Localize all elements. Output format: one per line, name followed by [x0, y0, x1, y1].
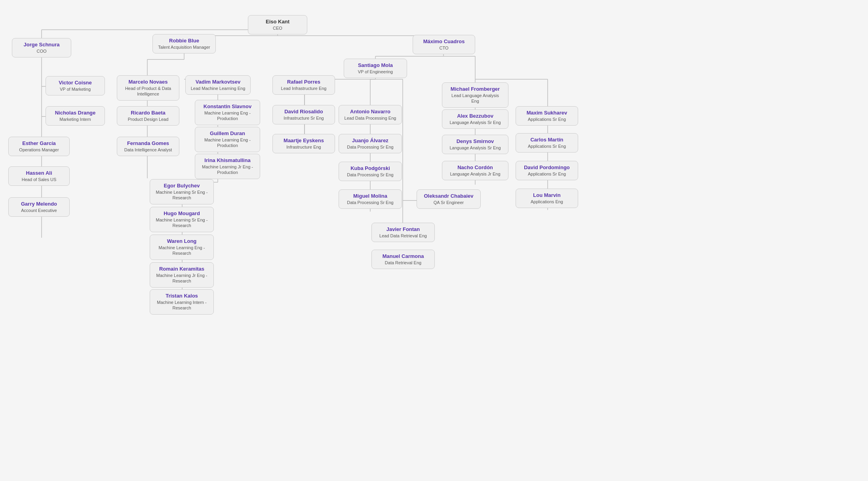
node-rafael: Rafael Porres Lead Infrastructure Eng [272, 75, 335, 95]
node-hugo: Hugo Mougard Machine Learning Sr Eng - R… [150, 207, 214, 232]
node-michael: Michael Fromberger Lead Language Analysi… [442, 82, 508, 108]
node-lou: Lou Marvin Applications Eng [516, 189, 578, 208]
node-manuel: Manuel Carmona Data Retrieval Eng [371, 250, 435, 269]
node-garry: Garry Melendo Account Executive [8, 197, 70, 217]
node-alex: Alex Bezzubov Language Analysis Sr Eng [442, 109, 508, 129]
node-fernanda: Fernanda Gomes Data Intelligence Analyst [117, 137, 179, 156]
node-eiso: Eiso Kant CEO [248, 15, 307, 34]
node-maximo: Máximo Cuadros CTO [413, 35, 475, 54]
org-chart: Eiso Kant CEO Jorge Schnura COO Victor C… [0, 0, 868, 481]
node-maxim: Maxim Sukharev Applications Sr Eng [516, 106, 578, 126]
node-david-p: David Pordomingo Applications Sr Eng [516, 161, 578, 180]
node-vadim: Vadim Markovtsev Lead Machine Learning E… [185, 75, 251, 95]
node-waren: Waren Long Machine Learning Eng - Resear… [150, 235, 214, 260]
node-ricardo: Ricardo Baeta Product Design Lead [117, 106, 179, 126]
node-irina: Irina Khismatullina Machine Learning Jr … [195, 154, 260, 179]
node-jorge: Jorge Schnura COO [12, 38, 71, 57]
node-hassen: Hassen Ali Head of Sales US [8, 166, 70, 186]
node-kuba: Kuba Podgórski Data Processing Sr Eng [339, 162, 402, 181]
node-javier: Javier Fontan Lead Data Retrieval Eng [371, 223, 435, 242]
node-oleksandr: Oleksandr Chabaiev QA Sr Engineer [417, 189, 481, 209]
node-santiago: Santiago Mola VP of Engineering [344, 59, 407, 78]
node-tristan: Tristan Kalos Machine Learning Intern - … [150, 289, 214, 315]
node-miguel: Miguel Molina Data Processing Sr Eng [339, 189, 402, 209]
node-esther: Esther García Operations Manager [8, 137, 70, 156]
node-nicholas: Nicholas Drange Marketing Intern [46, 106, 105, 126]
node-romain: Romain Keramitas Machine Learning Jr Eng… [150, 262, 214, 288]
node-robbie: Robbie Blue Talent Acquisition Manager [152, 34, 216, 53]
node-marcelo: Marcelo Novaes Head of Product & Data In… [117, 75, 179, 101]
node-carlos: Carlos Martín Applications Sr Eng [516, 133, 578, 153]
node-maartje: Maartje Eyskens Infrastructure Eng [272, 134, 335, 153]
node-juanjo: Juanjo Álvarez Data Processing Sr Eng [339, 134, 402, 153]
node-denys: Denys Smirnov Language Analysis Sr Eng [442, 135, 508, 154]
node-victor: Victor Coisne VP of Marketing [46, 76, 105, 95]
node-egor: Egor Bulychev Machine Learning Sr Eng - … [150, 179, 214, 204]
node-david-r: David Riosalido Infrastructure Sr Eng [272, 105, 335, 124]
node-konstantin: Konstantin Slavnov Machine Learning Eng … [195, 100, 260, 125]
node-antonio: Antonio Navarro Lead Data Processing Eng [339, 105, 402, 124]
node-guillem: Guillem Duran Machine Learning Eng - Pro… [195, 127, 260, 152]
node-nacho: Nacho Cordón Language Analysis Jr Eng [442, 161, 508, 180]
